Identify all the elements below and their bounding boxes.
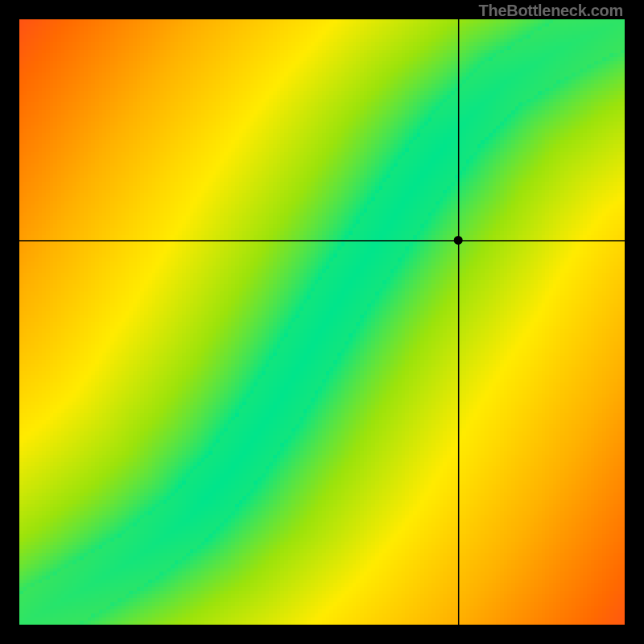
heatmap-canvas (19, 19, 625, 625)
chart-frame: TheBottleneck.com (0, 0, 644, 644)
heatmap-plot (19, 19, 625, 625)
attribution-label: TheBottleneck.com (479, 2, 623, 20)
